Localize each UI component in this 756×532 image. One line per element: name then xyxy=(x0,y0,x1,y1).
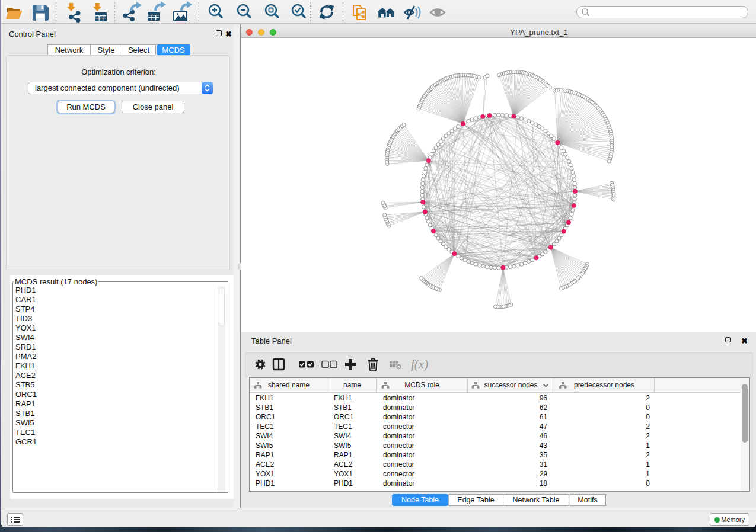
svg-text:f(x): f(x) xyxy=(411,357,428,371)
